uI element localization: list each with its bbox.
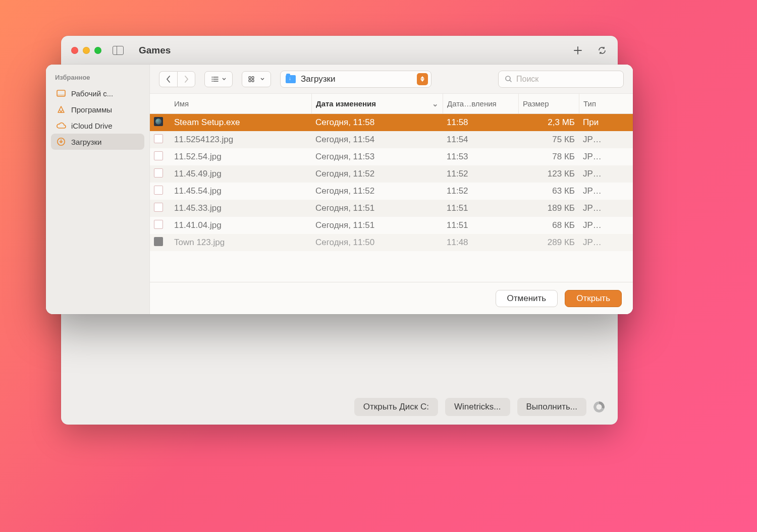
file-icon (154, 203, 163, 212)
sidebar-item-apps[interactable]: Программы (51, 101, 144, 117)
sidebar-item-downloads[interactable]: Загрузки (51, 134, 144, 150)
refresh-button[interactable] (597, 45, 608, 56)
file-type: JPEG (579, 152, 609, 162)
dialog-main: Загрузки Имя Дата изменения ⌄ Дата…влени… (150, 65, 633, 314)
search-icon (505, 75, 512, 83)
file-icon (154, 151, 163, 160)
loading-spinner-icon (593, 401, 605, 412)
column-headers: Имя Дата изменения ⌄ Дата…вления Размер … (150, 94, 633, 114)
file-created: 11:51 (443, 203, 518, 213)
file-size: 123 КБ (518, 169, 579, 179)
view-list-button[interactable] (204, 71, 233, 87)
column-modified[interactable]: Дата изменения ⌄ (311, 94, 443, 113)
view-group-button[interactable] (242, 71, 271, 87)
icloud-icon (56, 121, 66, 131)
file-row[interactable]: 11.45.33.jpgСегодня, 11:5111:51189 КБJPE… (150, 200, 633, 217)
sidebar-item-label: iCloud Drive (71, 122, 113, 130)
file-modified: Сегодня, 11:52 (311, 169, 443, 179)
file-modified: Сегодня, 11:51 (311, 220, 443, 230)
file-row[interactable]: 11.45.54.jpgСегодня, 11:5211:5263 КБJPEG (150, 183, 633, 200)
file-modified: Сегодня, 11:54 (311, 135, 443, 145)
search-field[interactable] (498, 71, 624, 88)
winetricks-button[interactable]: Winetricks... (445, 398, 510, 416)
file-row[interactable]: Steam Setup.exeСегодня, 11:5811:582,3 МБ… (150, 114, 633, 131)
file-row[interactable]: 11.52.54.jpgСегодня, 11:5311:5378 КБJPEG (150, 148, 633, 165)
open-disk-c-button[interactable]: Открыть Диск С: (354, 398, 438, 416)
zoom-window-button[interactable] (94, 47, 101, 54)
file-size: 78 КБ (518, 152, 579, 162)
dialog-sidebar: Избранное Рабочий с...ПрограммыiCloud Dr… (46, 65, 150, 314)
svg-rect-6 (252, 80, 254, 82)
sort-descending-icon: ⌄ (432, 99, 439, 108)
file-modified: Сегодня, 11:50 (311, 238, 443, 248)
file-list[interactable]: Steam Setup.exeСегодня, 11:5811:582,3 МБ… (150, 114, 633, 282)
downloads-icon (56, 137, 66, 147)
bottom-toolbar: Открыть Диск С: Winetricks... Выполнить.… (61, 389, 618, 425)
file-created: 11:52 (443, 186, 518, 196)
titlebar: Games (61, 36, 618, 65)
file-size: 2,3 МБ (518, 117, 579, 128)
file-icon (154, 237, 163, 246)
file-type: JPEG (579, 238, 609, 248)
file-size: 189 КБ (518, 203, 579, 213)
column-created[interactable]: Дата…вления (443, 94, 518, 113)
minimize-window-button[interactable] (83, 47, 90, 54)
column-size[interactable]: Размер (518, 94, 579, 113)
file-size: 68 КБ (518, 220, 579, 230)
file-created: 11:53 (443, 152, 518, 162)
file-name: 11.45.33.jpg (170, 203, 311, 213)
file-created: 11:48 (443, 238, 518, 248)
cancel-button[interactable]: Отменить (496, 290, 558, 307)
nav-forward-button[interactable] (177, 71, 195, 87)
file-icon (154, 134, 163, 143)
svg-rect-4 (252, 77, 254, 79)
svg-rect-1 (57, 94, 65, 96)
file-size: 63 КБ (518, 186, 579, 196)
file-type: JPEG (579, 169, 609, 179)
toggle-sidebar-icon[interactable] (113, 46, 124, 55)
file-created: 11:54 (443, 135, 518, 145)
file-type: JPEG (579, 220, 609, 230)
file-icon (154, 168, 163, 178)
sidebar-item-label: Загрузки (71, 138, 101, 146)
file-name: 11.45.54.jpg (170, 186, 311, 196)
close-window-button[interactable] (71, 47, 78, 54)
chevron-down-icon (222, 78, 226, 81)
column-name[interactable]: Имя (170, 94, 311, 113)
open-button[interactable]: Открыть (565, 290, 622, 307)
add-button[interactable] (572, 45, 583, 56)
window-title: Games (139, 45, 171, 56)
file-created: 11:51 (443, 220, 518, 230)
file-name: Town 123.jpg (170, 238, 311, 248)
file-name: Steam Setup.exe (170, 117, 311, 128)
file-row[interactable]: 11.5254123.jpgСегодня, 11:5411:5475 КБJP… (150, 131, 633, 148)
sidebar-item-icloud[interactable]: iCloud Drive (51, 117, 144, 134)
file-created: 11:52 (443, 169, 518, 179)
file-icon (154, 186, 163, 195)
file-type: JPEG (579, 203, 609, 213)
file-created: 11:58 (443, 117, 518, 128)
grid-icon (248, 76, 257, 82)
sidebar-item-label: Рабочий с... (71, 89, 113, 98)
file-row[interactable]: 11.41.04.jpgСегодня, 11:5111:5168 КБJPEG (150, 217, 633, 234)
apps-icon (56, 104, 66, 114)
file-size: 75 КБ (518, 135, 579, 145)
path-selector[interactable]: Загрузки (280, 71, 431, 88)
file-modified: Сегодня, 11:51 (311, 203, 443, 213)
dialog-toolbar: Загрузки (150, 65, 633, 94)
file-modified: Сегодня, 11:58 (311, 117, 443, 128)
nav-back-button[interactable] (159, 71, 177, 87)
file-name: 11.5254123.jpg (170, 135, 311, 145)
sidebar-item-label: Программы (71, 105, 112, 114)
execute-button[interactable]: Выполнить... (517, 398, 586, 416)
column-type[interactable]: Тип (579, 94, 609, 113)
search-input[interactable] (516, 75, 617, 84)
sidebar-item-desktop[interactable]: Рабочий с... (51, 85, 144, 101)
file-row[interactable]: 11.45.49.jpgСегодня, 11:5211:52123 КБJPE… (150, 165, 633, 183)
file-row[interactable]: Town 123.jpgСегодня, 11:5011:48289 КБJPE… (150, 234, 633, 251)
file-icon (154, 220, 163, 229)
file-modified: Сегодня, 11:53 (311, 152, 443, 162)
folder-icon (286, 75, 296, 83)
file-name: 11.45.49.jpg (170, 169, 311, 179)
window-controls (71, 47, 101, 54)
